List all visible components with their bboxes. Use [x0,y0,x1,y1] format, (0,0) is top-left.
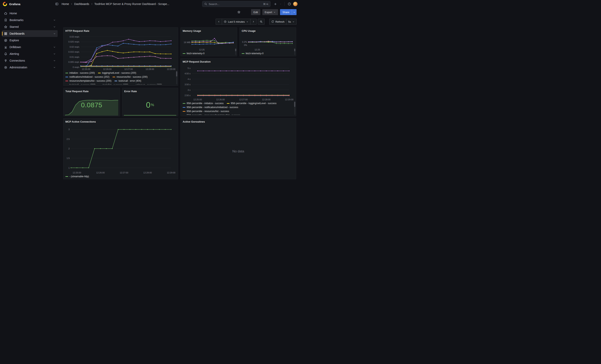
legend-swatch [183,53,185,54]
brand-name[interactable]: Grafana [9,2,20,6]
sidebar-item-starred[interactable]: Starred [2,23,58,30]
gear-icon [4,66,7,69]
sidebar-item-dashboards[interactable]: Dashboards [2,30,58,37]
legend-item[interactable]: 95th percentile - initialize - success [183,102,224,105]
svg-text:0.01 req/s: 0.01 req/s [70,56,79,58]
legend-item[interactable]: resources/templates/list - success (200) [65,79,111,82]
star-dashboard-icon[interactable] [236,9,242,15]
svg-text:0.015 req/s: 0.015 req/s [68,51,80,53]
refresh-button[interactable]: Refresh [269,19,287,25]
panel-title[interactable]: Memory Usage [181,28,237,34]
legend-item[interactable]: initialize - success (200) [65,71,95,74]
scrollbar-thumb[interactable] [176,71,177,77]
panel-title[interactable]: Total Request Rate [63,88,120,94]
svg-text:4 s: 4 s [188,78,190,80]
legend-item[interactable]: logging/setLevel - success (200) [98,71,136,74]
legend-item[interactable]: notifications/initialized - success (202… [65,76,109,78]
panel-title[interactable]: MCP Active Connections [63,118,178,124]
svg-text:12:25:00: 12:25:00 [73,171,81,174]
svg-text:3.50 s: 3.50 s [185,83,190,86]
breadcrumb-dashboards[interactable]: Dashboards [74,2,89,6]
scrollbar-thumb[interactable] [235,49,236,51]
zoom-out-button[interactable] [258,19,265,25]
nav-left: Grafana [3,1,60,7]
legend-item[interactable]: 95th percentile - resources/templates/li… [183,114,240,115]
time-series-chart[interactable]: 5 s4.50 s4 s3.50 s3 s2.50 s12:25:0012:26… [182,64,294,101]
chevron-down-icon[interactable] [53,53,56,55]
time-series-chart[interactable]: 32.521.5112:25:0012:26:0012:27:0012:28:0… [65,124,176,174]
export-button[interactable]: Export [262,9,278,15]
time-shift-back-button[interactable] [216,19,222,25]
legend-item[interactable]: - (streamable-http) [65,175,89,178]
legend-item[interactable]: resources/list - success (200) [112,76,148,78]
sidebar-item-label: Connections [10,59,25,62]
legend-scrollbar[interactable] [176,71,177,84]
chevron-down-icon[interactable] [53,46,56,48]
grafana-logo[interactable] [3,2,7,6]
panel-title[interactable]: CPU Usage [240,28,296,34]
sidebar-item-explore[interactable]: Explore [2,37,58,44]
sidebar-toggle-icon[interactable] [54,1,60,7]
legend-row: 95th percentile - resources/list - succe… [183,109,294,113]
legend-item[interactable]: tools/call - success (200) [65,83,96,84]
legend-item[interactable]: tools/list - success (200) [99,83,128,84]
time-series-chart[interactable]: 16 MiB12:25 [182,34,235,51]
sidebar-item-administration[interactable]: Administration [2,64,58,71]
time-series-chart[interactable]: 0.2%0%12:25 [241,34,294,51]
avatar[interactable] [293,2,298,6]
legend-scrollbar[interactable] [294,101,295,115]
main-content: Edit Export Share [60,8,300,182]
legend-item[interactable]: 95th percentile - logging/setLevel - suc… [227,102,276,105]
refresh-interval-picker[interactable]: 5s [286,19,297,25]
search-placeholder: Search... [209,3,261,6]
legend-item[interactable]: fetch-telemetry-0 [242,52,263,55]
sidebar-item-bookmarks[interactable]: Bookmarks [2,17,58,23]
legend-item[interactable]: 95th percentile - notifications/initiali… [183,106,238,109]
chevron-down-icon[interactable] [53,66,56,69]
panel-title[interactable]: Active Goroutines [181,118,296,124]
sidebar-item-label: Drilldown [10,46,21,49]
sidebar-item-connections[interactable]: Connections [2,57,58,64]
legend-scrollbar[interactable] [294,48,295,55]
help-icon[interactable]: ? [287,1,292,7]
svg-text:12:27:00: 12:27:00 [120,171,128,174]
svg-text:12:28:00: 12:28:00 [262,98,270,101]
legend-swatch [183,111,185,112]
nav-divider [284,2,285,6]
add-button[interactable] [272,1,278,7]
chevron-right-icon [252,20,255,23]
chevron-down-icon[interactable] [53,19,56,21]
legend-scrollbar[interactable] [235,48,236,55]
time-shift-forward-button[interactable] [250,19,257,25]
share-dropdown-chevron-icon[interactable] [292,9,297,15]
scrollbar-thumb[interactable] [294,49,295,51]
legend-item[interactable]: 95th percentile - resources/list - succe… [183,110,229,113]
sidebar-item-home[interactable]: Home [2,10,58,17]
edit-button[interactable]: Edit [251,9,260,15]
add-dropdown-chevron-icon[interactable] [279,1,282,7]
legend-item[interactable]: tools/call - error (404) [114,79,141,82]
chevron-down-icon [292,21,295,23]
sidebar-item-alerting[interactable]: Alerting [2,50,58,57]
breadcrumb-home[interactable]: Home [62,2,69,6]
stat-suffix: % [151,103,154,107]
share-button[interactable]: Share [280,9,292,15]
chevron-down-icon[interactable] [53,26,56,28]
svg-text:2.5: 2.5 [67,138,70,140]
chart-legend: 95th percentile - initialize - success95… [182,101,294,115]
panel-title[interactable]: Error Rate [122,88,178,94]
svg-text:12:28:00: 12:28:00 [146,68,154,70]
chevron-down-icon[interactable] [53,59,56,62]
scrollbar-thumb[interactable] [294,102,295,107]
chevron-down-icon[interactable] [53,32,56,35]
bell-icon [4,52,7,56]
share-split-button: Share [280,9,297,15]
panel-title[interactable]: MCP Request Duration [181,59,296,64]
panel-title[interactable]: HTTP Request Rate [63,28,178,34]
sidebar-item-drilldown[interactable]: Drilldown [2,44,58,50]
legend-item[interactable]: unknown - success (200) [131,83,162,84]
time-series-chart[interactable]: 0 req/s0.005 req/s0.01 req/s0.015 req/s0… [65,34,176,70]
legend-item[interactable]: fetch-telemetry-0 [183,52,204,55]
search-input[interactable]: Search... ⌘+k [202,1,270,7]
time-range-picker[interactable]: Last 5 minutes [222,19,250,25]
